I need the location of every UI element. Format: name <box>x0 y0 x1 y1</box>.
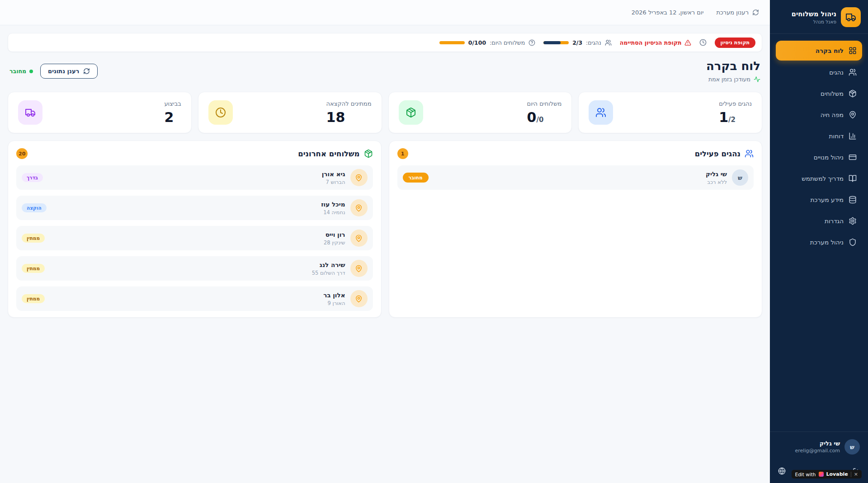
layout-grid-icon <box>849 47 857 55</box>
sidebar-item-label: ניהול מנויים <box>814 154 844 161</box>
refresh-data-button[interactable]: רענן נתונים <box>40 64 98 79</box>
book-open-icon <box>849 174 857 183</box>
shipment-row[interactable]: גיא אורן הברוש 7 בדרך <box>16 165 373 190</box>
connection-status: מחובר <box>9 68 33 75</box>
driver-name: שי גליק <box>706 170 727 178</box>
avatar: ש <box>844 439 860 455</box>
refresh-data-label: רענן נתונים <box>48 68 79 75</box>
truck-icon <box>845 12 856 23</box>
shipments-quota-label: משלוחים היום: <box>490 39 525 46</box>
app-header: ניהול משלוחים פאנל מנהל <box>770 0 868 34</box>
stat-card-awaiting-assignment: ממתינים להקצאה 18 <box>198 92 382 133</box>
realtime-status: מעודכן בזמן אמת <box>706 76 760 83</box>
sidebar-item-drivers[interactable]: נהגים <box>776 63 862 82</box>
user-email: erelig@gmail.com <box>795 448 840 454</box>
shield-icon <box>849 238 857 246</box>
recent-shipments-panel: משלוחים אחרונים 20 גיא אורן הברוש 7 <box>8 141 382 318</box>
sidebar-user: ש שי גליק erelig@gmail.com <box>778 439 860 455</box>
help-circle-icon[interactable] <box>528 39 535 46</box>
stat-label: נהגים פעילים <box>719 100 752 107</box>
sidebar-item-label: מדריך למשתמש <box>802 175 844 182</box>
sidebar-item-system-info[interactable]: מידע מערכת <box>776 190 862 209</box>
edit-with-lovable-badge[interactable]: Edit with Lovable × <box>792 470 862 478</box>
divider <box>851 472 851 477</box>
drivers-progress-bar <box>543 41 569 44</box>
package-icon <box>399 100 423 125</box>
current-date: יום ראשון, 12 באפריל 2026 <box>632 9 704 16</box>
stat-card-shipments-today: משלוחים היום 0/0 <box>388 92 572 133</box>
sidebar-item-label: משלוחים <box>821 90 844 97</box>
shipment-status-badge: ממתין <box>22 294 45 303</box>
panels: נהגים פעילים 1 ש שי גליק ללא רכב מחו <box>8 141 762 318</box>
sidebar: ניהול משלוחים פאנל מנהל לוח בקרה נהגים מ… <box>770 0 868 483</box>
sidebar-item-reports[interactable]: דוחות <box>776 127 862 145</box>
drivers-quota-label: נהגים: <box>586 39 601 46</box>
sidebar-item-settings[interactable]: הגדרות <box>776 211 862 230</box>
stat-suffix: /2 <box>728 116 736 124</box>
shipment-row[interactable]: שירה לנג דרך השלום 55 ממתין <box>16 256 373 281</box>
shipment-address: נחמיה 14 <box>321 209 345 216</box>
sidebar-item-shipments[interactable]: משלוחים <box>776 84 862 103</box>
stat-value: 18 <box>326 109 345 125</box>
sidebar-item-label: מפה חיה <box>821 111 844 118</box>
clock-icon <box>208 100 233 125</box>
shipments-quota-value: 0/100 <box>468 39 486 46</box>
package-icon <box>364 149 373 158</box>
shipments-count-badge: 20 <box>16 148 28 159</box>
users-icon <box>605 39 612 46</box>
page-title: לוח בקרה <box>706 59 760 73</box>
system-refresh-label: רענון מערכת <box>716 9 749 16</box>
sidebar-item-label: דוחות <box>829 132 844 140</box>
shipments-progress-bar <box>439 41 465 44</box>
shipment-row[interactable]: מיכל עוז נחמיה 14 הוקצה <box>16 196 373 220</box>
shipment-name: גיא אורן <box>322 170 345 178</box>
trial-ended-warning: תקופת הניסיון הסתיימה <box>620 39 691 46</box>
sidebar-item-label: לוח בקרה <box>816 47 844 54</box>
trial-badge: תקופת ניסיון <box>715 38 755 48</box>
clock-icon <box>699 39 707 46</box>
sidebar-item-label: ניהול מערכת <box>810 239 844 246</box>
refresh-icon <box>83 68 90 75</box>
content: תקופת ניסיון תקופת הניסיון הסתיימה נהגים… <box>0 25 770 483</box>
sidebar-item-live-map[interactable]: מפה חיה <box>776 105 862 124</box>
map-pin-icon <box>350 199 368 216</box>
lovable-prefix: Edit with <box>795 472 816 477</box>
driver-status-badge: מחובר <box>403 173 429 183</box>
app-subtitle: פאנל מנהל <box>792 19 836 24</box>
shipment-address: שינקין 28 <box>324 239 345 246</box>
trial-status-bar: תקופת ניסיון תקופת הניסיון הסתיימה נהגים… <box>8 33 762 52</box>
globe-icon <box>778 467 786 475</box>
users-icon <box>589 100 613 125</box>
sidebar-item-user-guide[interactable]: מדריך למשתמש <box>776 169 862 188</box>
sidebar-item-label: הגדרות <box>825 217 844 225</box>
language-globe-button[interactable] <box>778 467 786 475</box>
database-icon <box>849 196 857 204</box>
driver-vehicle: ללא רכב <box>706 179 727 185</box>
stat-label: בביצוע <box>164 100 181 107</box>
trial-ended-text: תקופת הניסיון הסתיימה <box>620 39 682 46</box>
main-area: רענון מערכת יום ראשון, 12 באפריל 2026 תק… <box>0 0 770 483</box>
sidebar-item-dashboard[interactable]: לוח בקרה <box>776 41 862 61</box>
gear-icon <box>849 217 857 225</box>
users-icon <box>745 149 754 158</box>
shipment-row[interactable]: רון וייס שינקין 28 ממתין <box>16 226 373 250</box>
driver-row[interactable]: ש שי גליק ללא רכב מחובר <box>397 165 754 190</box>
topbar: רענון מערכת יום ראשון, 12 באפריל 2026 <box>0 0 770 25</box>
stat-value: 2 <box>164 109 174 125</box>
map-pin-icon <box>350 169 368 186</box>
drivers-quota: נהגים: 2/3 <box>543 39 612 46</box>
shipment-address: דרך השלום 55 <box>312 270 345 276</box>
close-icon[interactable]: × <box>854 471 858 477</box>
alert-triangle-icon <box>684 39 691 46</box>
drivers-quota-value: 2/3 <box>572 39 582 46</box>
drivers-count-badge: 1 <box>397 148 408 159</box>
shipment-row[interactable]: אלון בר האורן 9 ממתין <box>16 286 373 311</box>
sidebar-item-subscriptions[interactable]: ניהול מנויים <box>776 148 862 167</box>
credit-card-icon <box>849 153 857 161</box>
panel-title: נהגים פעילים <box>695 150 741 158</box>
activity-pulse-icon <box>754 76 760 83</box>
map-pin-icon <box>350 290 368 307</box>
sidebar-item-system-admin[interactable]: ניהול מערכת <box>776 233 862 252</box>
system-refresh-button[interactable]: רענון מערכת <box>716 9 759 16</box>
stat-card-active-drivers: נהגים פעילים 1/2 <box>578 92 762 133</box>
